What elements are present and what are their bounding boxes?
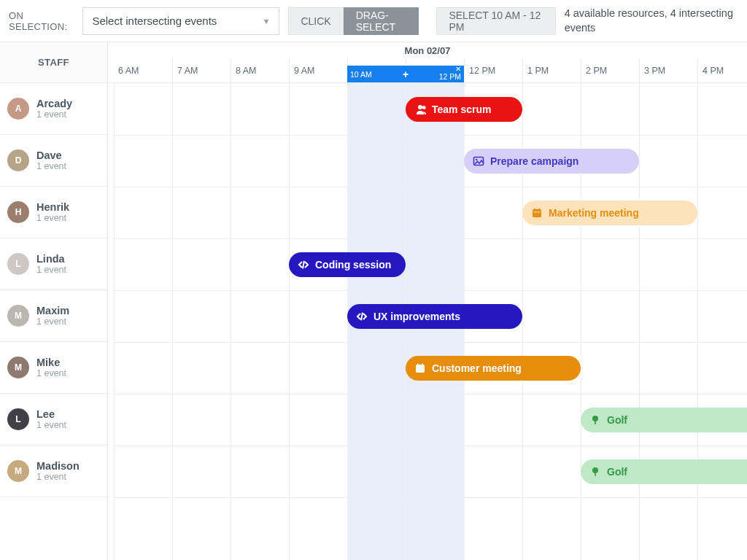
avatar: M: [7, 460, 29, 482]
event[interactable]: Coding session: [289, 252, 406, 277]
event-action-combo[interactable]: Select intersecting events ▼: [82, 7, 279, 35]
resources-column: AArcady1 eventDDave1 eventHHenrik1 event…: [0, 83, 108, 560]
grid-vertical-line: [114, 83, 115, 560]
resource-row[interactable]: AArcady1 event: [0, 83, 107, 135]
code-icon: [298, 259, 309, 271]
selection-mode-group: CLICK DRAG-SELECT: [288, 7, 419, 35]
resource-name: Arcady: [36, 98, 72, 109]
resource-info: Lee1 event: [36, 408, 66, 430]
timeline-grid[interactable]: Team scrumPrepare campaignMarketing meet…: [114, 83, 747, 560]
resource-name: Dave: [36, 149, 66, 161]
avatar: D: [7, 149, 29, 171]
event-action-combo-text: Select intersecting events: [92, 15, 217, 27]
grid-horizontal-line: [114, 135, 747, 136]
event[interactable]: Prepare campaign: [464, 149, 639, 174]
mode-click-button[interactable]: CLICK: [288, 7, 343, 35]
grid-horizontal-line: [114, 187, 747, 187]
resource-row[interactable]: MMike1 event: [0, 342, 107, 394]
resource-name: Madison: [36, 460, 80, 472]
scheduler-header: STAFF Mon 02/07 6 AM7 AM8 AM9 AM10 AM11 …: [0, 42, 747, 83]
avatar: L: [7, 408, 29, 430]
grid-vertical-line: [231, 83, 231, 560]
resource-name: Mike: [36, 357, 66, 368]
time-slot-header: 4 PM: [697, 59, 747, 82]
event[interactable]: UX improvements: [347, 304, 522, 329]
calendar-icon: [531, 207, 543, 219]
users-icon: [414, 104, 426, 115]
resource-meta: 1 event: [36, 420, 66, 430]
staff-column-header: STAFF: [0, 42, 108, 82]
tree-icon: [589, 466, 601, 478]
resource-row[interactable]: MMadison1 event: [0, 446, 107, 497]
calendar-icon: [414, 362, 426, 374]
resource-info: Arcady1 event: [36, 98, 72, 120]
grid-vertical-line: [697, 83, 698, 560]
resource-info: Madison1 event: [36, 460, 80, 482]
resource-info: Henrik1 event: [36, 201, 69, 223]
time-slot-header: 12 PM: [464, 59, 522, 82]
date-header: Mon 02/07: [108, 42, 747, 60]
event-label: Marketing meeting: [549, 207, 639, 219]
event-label: Golf: [607, 414, 627, 426]
avatar: L: [7, 253, 29, 275]
selection-status: 4 available resources, 4 intersecting ev…: [565, 7, 738, 35]
grid-horizontal-line: [114, 342, 747, 343]
avatar: A: [7, 98, 29, 120]
event-label: UX improvements: [374, 311, 460, 322]
event[interactable]: Customer meeting: [406, 356, 581, 381]
resource-name: Henrik: [36, 201, 69, 213]
resource-meta: 1 event: [36, 316, 69, 327]
resource-info: Dave1 event: [36, 149, 66, 171]
resource-info: Linda1 event: [36, 253, 66, 275]
event-label: Prepare campaign: [490, 155, 578, 167]
avatar: M: [7, 357, 29, 378]
plus-icon[interactable]: +: [403, 69, 409, 80]
event-label: Golf: [607, 466, 627, 478]
time-slot-header: 8 AM: [231, 59, 289, 82]
time-slot-header: 2 PM: [581, 59, 639, 82]
avatar: H: [7, 201, 29, 223]
resource-row[interactable]: DDave1 event: [0, 135, 107, 187]
resource-meta: 1 event: [36, 213, 69, 223]
tree-icon: [589, 414, 601, 426]
event-label: Customer meeting: [432, 362, 522, 374]
image-icon: [473, 155, 484, 167]
event[interactable]: Team scrum: [406, 97, 522, 122]
resource-row[interactable]: HHenrik1 event: [0, 187, 107, 238]
selection-end-label: 12 PM: [439, 72, 461, 81]
resource-row[interactable]: MMaxim1 event: [0, 290, 107, 342]
grid-vertical-line: [172, 83, 173, 560]
grid-horizontal-line: [114, 446, 747, 446]
resource-info: Mike1 event: [36, 357, 66, 378]
resource-name: Maxim: [36, 305, 69, 316]
time-slot-header: 9 AM: [289, 59, 347, 82]
avatar: M: [7, 305, 29, 327]
time-slot-header: 3 PM: [639, 59, 697, 82]
resource-meta: 1 event: [36, 472, 80, 482]
resource-row[interactable]: LLinda1 event: [0, 238, 107, 290]
resource-meta: 1 event: [36, 368, 66, 378]
select-range-button[interactable]: SELECT 10 AM - 12 PM: [436, 7, 555, 35]
resource-row[interactable]: LLee1 event: [0, 394, 107, 446]
event[interactable]: Marketing meeting: [522, 201, 697, 225]
event[interactable]: Golf: [581, 459, 747, 484]
resource-meta: 1 event: [36, 265, 66, 275]
scheduler: STAFF Mon 02/07 6 AM7 AM8 AM9 AM10 AM11 …: [0, 42, 747, 560]
time-selection-header[interactable]: 10 AM + ✕ 12 PM: [347, 66, 464, 82]
resource-meta: 1 event: [36, 109, 72, 120]
selection-start-label: 10 AM: [350, 70, 372, 79]
event[interactable]: Golf: [581, 408, 747, 432]
time-slot-header: 7 AM: [172, 59, 231, 82]
resource-info: Maxim1 event: [36, 305, 69, 327]
resource-name: Lee: [36, 408, 66, 420]
grid-horizontal-line: [114, 238, 747, 239]
code-icon: [356, 311, 368, 322]
time-slot-header: 6 AM: [114, 59, 172, 82]
event-label: Coding session: [315, 259, 391, 271]
selection-mode-label: ON SELECTION:: [9, 10, 74, 32]
scheduler-body: AArcady1 eventDDave1 eventHHenrik1 event…: [0, 83, 747, 560]
grid-horizontal-line: [114, 394, 747, 394]
resource-name: Linda: [36, 253, 66, 265]
mode-drag-select-button[interactable]: DRAG-SELECT: [344, 7, 419, 35]
resource-meta: 1 event: [36, 161, 66, 171]
